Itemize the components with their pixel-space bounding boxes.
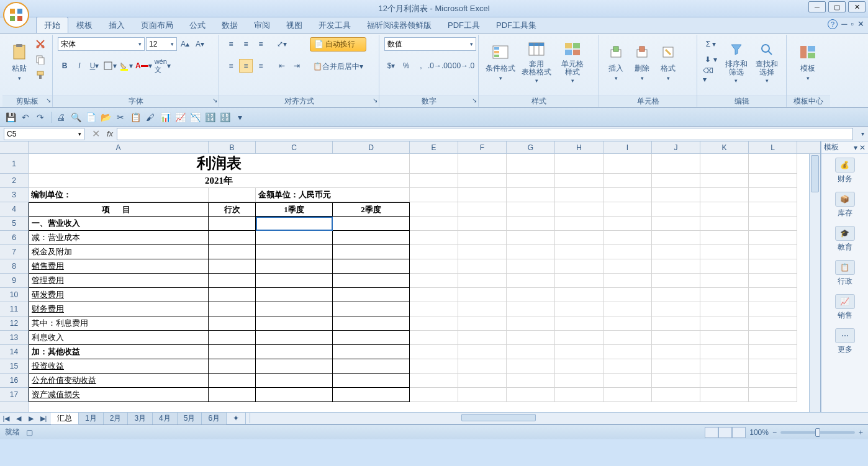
cell-F13[interactable]: [458, 331, 507, 345]
cell-E14[interactable]: [410, 345, 458, 359]
cell-H7[interactable]: [555, 245, 604, 259]
redo-icon[interactable]: ↷: [34, 110, 47, 124]
font-name-combo[interactable]: 宋体▾: [58, 37, 145, 51]
cell-L3[interactable]: [749, 188, 797, 202]
clear-button[interactable]: ⌫ ▾: [702, 68, 720, 82]
zoom-level[interactable]: 100%: [749, 428, 769, 437]
cell-L16[interactable]: [749, 374, 797, 388]
template-category-1[interactable]: 📦库存: [821, 188, 868, 222]
autosum-button[interactable]: Σ ▾: [702, 37, 720, 51]
cell-I1[interactable]: [604, 154, 652, 174]
cell-L11[interactable]: [749, 302, 797, 316]
cell-L15[interactable]: [749, 359, 797, 374]
cell-D7[interactable]: [333, 245, 410, 259]
row-header-3[interactable]: 3: [0, 188, 28, 202]
cell-J13[interactable]: [652, 331, 700, 345]
cell-L8[interactable]: [749, 259, 797, 274]
cell-E17[interactable]: [410, 388, 458, 402]
cell-L17[interactable]: [749, 388, 797, 402]
cell-C16[interactable]: [256, 374, 333, 388]
row-header-14[interactable]: 14: [0, 345, 28, 359]
cell-K14[interactable]: [700, 345, 749, 359]
cell-G4[interactable]: [507, 202, 555, 217]
col-header-L[interactable]: L: [749, 141, 797, 153]
cell-I14[interactable]: [604, 345, 652, 359]
cell-L2[interactable]: [749, 174, 797, 188]
cell-A5[interactable]: 一、营业收入: [29, 217, 209, 231]
cell-A7[interactable]: 税金及附加: [29, 245, 209, 259]
cell-A2[interactable]: 2021年: [29, 174, 410, 188]
sheet-tab-1月[interactable]: 1月: [79, 413, 104, 424]
orientation-button[interactable]: ⤢▾: [275, 37, 289, 51]
cell-F12[interactable]: [458, 316, 507, 331]
cell-I15[interactable]: [604, 359, 652, 374]
qat-icon[interactable]: 📋: [129, 110, 142, 124]
row-header-16[interactable]: 16: [0, 374, 28, 388]
tab-developer[interactable]: 开发工具: [310, 17, 359, 33]
cell-F15[interactable]: [458, 359, 507, 374]
cell-E13[interactable]: [410, 331, 458, 345]
cell-B11[interactable]: [209, 302, 256, 316]
accounting-button[interactable]: $▾: [384, 59, 398, 73]
decrease-indent-button[interactable]: ⇤: [275, 59, 289, 73]
cell-H8[interactable]: [555, 259, 604, 274]
cell-G16[interactable]: [507, 374, 555, 388]
cell-H3[interactable]: [555, 188, 604, 202]
cell-J6[interactable]: [652, 231, 700, 245]
maximize-button[interactable]: ▢: [828, 1, 846, 12]
align-bottom-button[interactable]: ≡: [254, 37, 268, 51]
zoom-slider[interactable]: [780, 431, 855, 434]
cell-J14[interactable]: [652, 345, 700, 359]
cell-H6[interactable]: [555, 231, 604, 245]
cell-H11[interactable]: [555, 302, 604, 316]
cell-F4[interactable]: [458, 202, 507, 217]
preview-icon[interactable]: 🔍: [69, 110, 83, 124]
template-button[interactable]: 模板▾: [790, 36, 825, 84]
row-header-6[interactable]: 6: [0, 231, 28, 245]
cell-D8[interactable]: [333, 259, 410, 274]
cell-C10[interactable]: [256, 288, 333, 302]
name-box[interactable]: C5▾: [4, 128, 84, 140]
format-as-table-button[interactable]: 套用 表格格式▾: [518, 36, 554, 84]
cell-D11[interactable]: [333, 302, 410, 316]
cell-J10[interactable]: [652, 288, 700, 302]
row-header-15[interactable]: 15: [0, 359, 28, 374]
cell-E10[interactable]: [410, 288, 458, 302]
cell-J4[interactable]: [652, 202, 700, 217]
cell-E8[interactable]: [410, 259, 458, 274]
format-painter-button[interactable]: [34, 68, 47, 82]
column-headers[interactable]: ABCDEFGHIJKL: [29, 141, 820, 154]
cell-K17[interactable]: [700, 388, 749, 402]
cell-A4[interactable]: 项 目: [29, 202, 209, 217]
tab-data[interactable]: 数据: [214, 17, 246, 33]
paste-button[interactable]: 粘贴 ▾: [6, 36, 32, 84]
align-middle-button[interactable]: ≡: [239, 37, 253, 51]
tab-pdftools[interactable]: PDF工具: [440, 17, 488, 33]
cell-I10[interactable]: [604, 288, 652, 302]
cell-I16[interactable]: [604, 374, 652, 388]
cell-B6[interactable]: [209, 231, 256, 245]
macro-record-icon[interactable]: ▢: [26, 428, 33, 437]
cell-K8[interactable]: [700, 259, 749, 274]
cell-G5[interactable]: [507, 217, 555, 231]
col-header-F[interactable]: F: [458, 141, 507, 153]
cell-A9[interactable]: 管理费用: [29, 274, 209, 288]
cell-G15[interactable]: [507, 359, 555, 374]
cell-F8[interactable]: [458, 259, 507, 274]
cell-H9[interactable]: [555, 274, 604, 288]
cell-H13[interactable]: [555, 331, 604, 345]
save-icon[interactable]: 💾: [4, 110, 17, 124]
qat-icon[interactable]: ✂: [114, 110, 127, 124]
cancel-icon[interactable]: ✕: [88, 128, 103, 140]
cell-K16[interactable]: [700, 374, 749, 388]
tab-foxit[interactable]: 福昕阅读器领鲜版: [359, 17, 440, 33]
tab-home[interactable]: 开始: [36, 17, 68, 33]
cell-H2[interactable]: [555, 174, 604, 188]
cell-F5[interactable]: [458, 217, 507, 231]
sheet-nav-first[interactable]: |◀: [0, 414, 12, 423]
row-header-2[interactable]: 2: [0, 174, 28, 188]
delete-cells-button[interactable]: 删除▾: [629, 36, 655, 84]
cell-G8[interactable]: [507, 259, 555, 274]
font-size-combo[interactable]: 12▾: [146, 37, 177, 51]
cell-F14[interactable]: [458, 345, 507, 359]
